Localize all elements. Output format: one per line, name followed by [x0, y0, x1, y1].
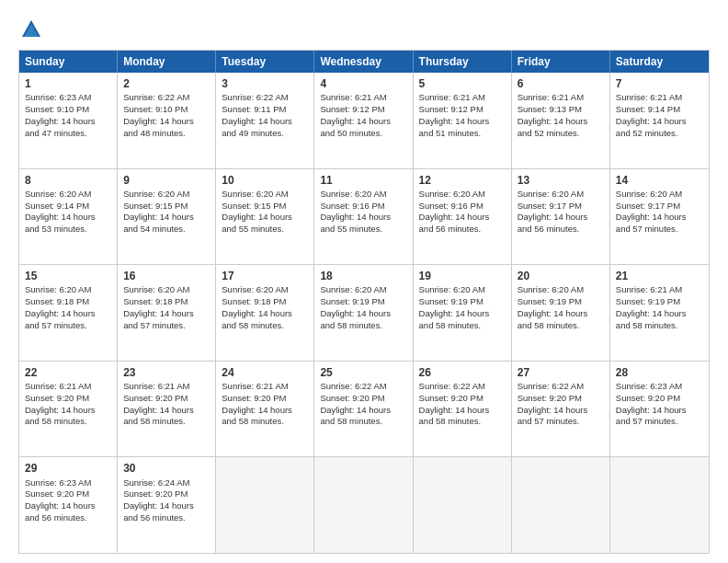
day-number: 27	[518, 365, 604, 380]
day-cell-29: 29Sunrise: 6:23 AMSunset: 9:20 PMDayligh…	[19, 457, 118, 553]
day-info-line: Sunset: 9:20 PM	[616, 393, 680, 403]
day-info-line: Sunset: 9:10 PM	[25, 104, 89, 114]
day-info-line: Daylight: 14 hours	[123, 500, 194, 511]
day-info-line: Sunrise: 6:22 AM	[320, 381, 386, 391]
day-number: 19	[419, 269, 506, 283]
day-info-line: Daylight: 14 hours	[123, 116, 194, 126]
day-info-line: and 54 minutes.	[123, 224, 186, 234]
day-info-line: Sunset: 9:19 PM	[320, 296, 384, 306]
day-cell-4: 4Sunrise: 6:21 AMSunset: 9:12 PMDaylight…	[314, 73, 413, 168]
day-cell-10: 10Sunrise: 6:20 AMSunset: 9:15 PMDayligh…	[216, 169, 314, 265]
day-info-line: Daylight: 14 hours	[222, 405, 292, 415]
day-info-line: Daylight: 14 hours	[25, 308, 96, 318]
day-info-line: Daylight: 14 hours	[419, 116, 490, 126]
day-info-line: Sunset: 9:10 PM	[123, 104, 188, 114]
day-info-line: and 48 minutes.	[123, 128, 186, 138]
day-number: 17	[222, 269, 308, 283]
day-info-line: Sunrise: 6:22 AM	[123, 92, 189, 102]
day-info-line: Daylight: 14 hours	[320, 116, 391, 126]
day-info-line: Sunrise: 6:20 AM	[222, 189, 288, 199]
calendar-header: SundayMondayTuesdayWednesdayThursdayFrid…	[19, 51, 709, 73]
day-number: 25	[320, 365, 406, 380]
day-cell-28: 28Sunrise: 6:23 AMSunset: 9:20 PMDayligh…	[610, 362, 709, 457]
calendar: SundayMondayTuesdayWednesdayThursdayFrid…	[18, 50, 710, 554]
day-info-line: and 57 minutes.	[518, 416, 580, 426]
day-cell-14: 14Sunrise: 6:20 AMSunset: 9:17 PMDayligh…	[610, 169, 709, 265]
day-cell-12: 12Sunrise: 6:20 AMSunset: 9:16 PMDayligh…	[414, 169, 512, 265]
header-day-tuesday: Tuesday	[216, 51, 314, 73]
day-info-line: Sunset: 9:20 PM	[123, 488, 188, 499]
day-info-line: Sunrise: 6:22 AM	[222, 92, 288, 102]
day-number: 10	[222, 173, 308, 188]
day-cell-18: 18Sunrise: 6:20 AMSunset: 9:19 PMDayligh…	[314, 265, 413, 361]
day-info-line: Sunset: 9:16 PM	[320, 201, 384, 211]
day-info-line: Sunset: 9:16 PM	[419, 201, 483, 211]
day-info-line: Sunset: 9:20 PM	[320, 393, 384, 403]
day-info-line: Sunset: 9:20 PM	[222, 393, 286, 403]
day-number: 8	[25, 173, 111, 188]
day-info-line: Sunrise: 6:20 AM	[123, 284, 189, 294]
day-number: 1	[25, 76, 111, 91]
day-info-line: Sunrise: 6:21 AM	[320, 92, 386, 102]
day-number: 6	[518, 76, 604, 91]
day-info-line: Sunrise: 6:20 AM	[123, 189, 189, 199]
day-info-line: Sunset: 9:14 PM	[616, 104, 680, 114]
day-cell-8: 8Sunrise: 6:20 AMSunset: 9:14 PMDaylight…	[19, 169, 118, 265]
day-number: 21	[616, 269, 703, 283]
day-cell-3: 3Sunrise: 6:22 AMSunset: 9:11 PMDaylight…	[216, 73, 314, 168]
calendar-row-3: 22Sunrise: 6:21 AMSunset: 9:20 PMDayligh…	[19, 361, 709, 457]
day-info-line: Sunrise: 6:20 AM	[518, 189, 584, 199]
day-info-line: Sunrise: 6:20 AM	[518, 284, 584, 294]
calendar-body: 1Sunrise: 6:23 AMSunset: 9:10 PMDaylight…	[19, 73, 709, 553]
logo-icon	[18, 17, 44, 42]
day-info-line: and 51 minutes.	[419, 128, 482, 138]
day-info-line: Daylight: 14 hours	[123, 212, 194, 222]
day-cell-25: 25Sunrise: 6:22 AMSunset: 9:20 PMDayligh…	[314, 362, 413, 457]
day-number: 22	[25, 365, 111, 380]
day-info-line: and 58 minutes.	[123, 416, 186, 426]
day-info-line: and 58 minutes.	[518, 320, 580, 330]
day-number: 24	[222, 365, 308, 380]
day-info-line: Daylight: 14 hours	[123, 405, 194, 415]
day-number: 18	[320, 269, 406, 283]
day-info-line: and 53 minutes.	[25, 224, 87, 234]
day-info-line: Daylight: 14 hours	[25, 405, 96, 415]
day-number: 28	[616, 365, 703, 380]
day-number: 16	[123, 269, 210, 283]
day-info-line: and 58 minutes.	[320, 416, 382, 426]
day-number: 11	[320, 173, 406, 188]
day-info-line: Daylight: 14 hours	[419, 308, 490, 318]
day-info-line: Daylight: 14 hours	[320, 212, 391, 222]
day-info-line: and 56 minutes.	[419, 224, 482, 234]
day-info-line: Sunset: 9:20 PM	[518, 393, 582, 403]
header-day-saturday: Saturday	[610, 51, 709, 73]
day-cell-empty	[512, 457, 610, 553]
day-info-line: Sunrise: 6:20 AM	[320, 284, 386, 294]
day-cell-9: 9Sunrise: 6:20 AMSunset: 9:15 PMDaylight…	[118, 169, 216, 265]
day-cell-24: 24Sunrise: 6:21 AMSunset: 9:20 PMDayligh…	[216, 362, 314, 457]
day-info-line: Sunset: 9:15 PM	[222, 201, 286, 211]
day-info-line: Daylight: 14 hours	[419, 405, 490, 415]
day-info-line: Sunset: 9:20 PM	[419, 393, 483, 403]
day-info-line: Sunset: 9:19 PM	[518, 296, 582, 306]
day-info-line: Daylight: 14 hours	[25, 500, 96, 511]
day-info-line: Daylight: 14 hours	[518, 212, 588, 222]
day-info-line: and 58 minutes.	[25, 416, 87, 426]
day-info-line: Sunset: 9:11 PM	[222, 104, 286, 114]
day-cell-20: 20Sunrise: 6:20 AMSunset: 9:19 PMDayligh…	[512, 265, 610, 361]
day-number: 12	[419, 173, 506, 188]
calendar-row-2: 15Sunrise: 6:20 AMSunset: 9:18 PMDayligh…	[19, 264, 709, 361]
day-info-line: Daylight: 14 hours	[616, 405, 687, 415]
day-info-line: Sunset: 9:12 PM	[419, 104, 483, 114]
day-cell-21: 21Sunrise: 6:21 AMSunset: 9:19 PMDayligh…	[610, 265, 709, 361]
day-info-line: Daylight: 14 hours	[518, 116, 588, 126]
day-info-line: and 58 minutes.	[320, 320, 382, 330]
day-info-line: Sunrise: 6:21 AM	[616, 284, 682, 294]
day-info-line: Daylight: 14 hours	[320, 405, 391, 415]
day-info-line: and 55 minutes.	[320, 224, 382, 234]
day-number: 15	[25, 269, 111, 283]
day-cell-2: 2Sunrise: 6:22 AMSunset: 9:10 PMDaylight…	[118, 73, 216, 168]
day-info-line: and 58 minutes.	[616, 320, 678, 330]
day-number: 2	[123, 76, 210, 91]
header-day-sunday: Sunday	[19, 51, 118, 73]
